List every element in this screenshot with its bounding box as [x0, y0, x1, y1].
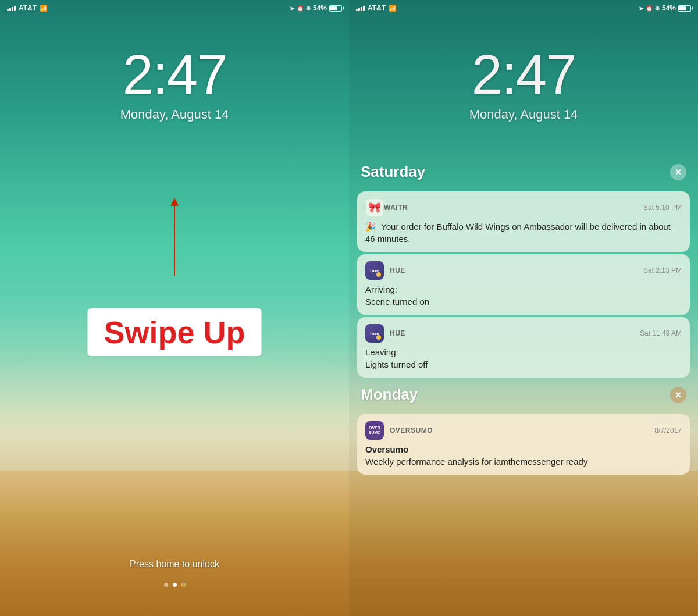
notification-waitr[interactable]: 🎀 WAITR Sat 5:10 PM 🎉 Your order for Buf… — [357, 191, 690, 252]
section-header-saturday: Saturday ✕ — [349, 163, 698, 187]
location-icon-right: ➤ — [639, 5, 643, 12]
section-header-monday: Monday ✕ — [349, 386, 698, 410]
clock-time-left: 2:47 — [0, 47, 349, 102]
swipe-arrow — [170, 198, 179, 276]
hue1-body: Arriving:Scene turned on — [365, 283, 682, 308]
dot-2-active — [173, 583, 177, 587]
carrier-label: AT&T — [19, 4, 37, 12]
carrier-label-right: AT&T — [368, 4, 386, 12]
battery-indicator-right — [678, 5, 691, 12]
hue-app-icon-2: hue — [365, 324, 384, 343]
status-bar-left: AT&T 📶 ➤ ⏰ ✳ 54% — [0, 0, 349, 16]
status-left: AT&T 📶 — [7, 4, 48, 12]
battery-indicator — [329, 5, 342, 12]
dot-3-lock: 🔒 — [181, 583, 186, 587]
waitr-app-icon: 🎀 — [365, 198, 384, 217]
wifi-icon: 📶 — [40, 5, 48, 12]
notification-hue2[interactable]: hue HUE Sat 11:49 AM Leaving:Lights turn… — [357, 317, 690, 378]
clock-date-left: Monday, August 14 — [0, 107, 349, 122]
left-phone-panel: AT&T 📶 ➤ ⏰ ✳ 54% 2:47 Monday, August 14 … — [0, 0, 349, 616]
notif-header-waitr: 🎀 WAITR Sat 5:10 PM — [365, 198, 682, 217]
signal-bars-right — [356, 6, 365, 11]
close-saturday-button[interactable]: ✕ — [670, 164, 686, 180]
notification-section-saturday: Saturday ✕ 🎀 WAITR Sat 5:10 PM 🎉 Your or… — [349, 163, 698, 378]
page-dots: 🔒 — [0, 583, 349, 587]
oversumo-app-icon: OVERSUMO — [365, 421, 384, 440]
notif-header-hue1: hue HUE Sat 2:13 PM — [365, 261, 682, 280]
bluetooth-icon-right: ✳ — [655, 5, 660, 12]
arrow-line — [174, 206, 175, 276]
dot-1 — [164, 583, 168, 587]
section-title-saturday: Saturday — [361, 163, 425, 181]
press-home-label: Press home to unlock — [0, 559, 349, 569]
hue2-time: Sat 11:49 AM — [640, 329, 682, 337]
hue2-app-name: HUE — [390, 329, 640, 337]
oversumo-body: Oversumo Weekly performance analysis for… — [365, 443, 682, 468]
waitr-body: 🎉 Your order for Buffalo Wild Wings on A… — [365, 220, 682, 245]
waitr-time: Sat 5:10 PM — [643, 204, 682, 212]
oversumo-time: 8/7/2017 — [654, 426, 682, 435]
hue-app-icon-1: hue — [365, 261, 384, 280]
status-right-right: ➤ ⏰ ✳ 54% — [639, 4, 691, 12]
bluetooth-icon: ✳ — [306, 5, 311, 12]
swipe-up-label: Swipe Up — [87, 308, 261, 356]
status-left-right: AT&T 📶 — [356, 4, 397, 12]
notifications-overlay: Saturday ✕ 🎀 WAITR Sat 5:10 PM 🎉 Your or… — [349, 0, 698, 616]
status-bar-right: AT&T 📶 ➤ ⏰ ✳ 54% — [349, 0, 698, 16]
section-title-monday: Monday — [361, 386, 418, 404]
close-monday-button[interactable]: ✕ — [670, 387, 686, 403]
battery-percent-right: 54% — [662, 4, 676, 12]
hue2-body: Leaving:Lights turned off — [365, 346, 682, 371]
right-phone-panel: AT&T 📶 ➤ ⏰ ✳ 54% 2:47 Monday, August 14 … — [349, 0, 698, 616]
waitr-app-name: WAITR — [384, 204, 643, 212]
notification-hue1[interactable]: hue HUE Sat 2:13 PM Arriving:Scene turne… — [357, 254, 690, 315]
status-right: ➤ ⏰ ✳ 54% — [290, 4, 342, 12]
hue1-app-name: HUE — [390, 266, 643, 275]
hue1-time: Sat 2:13 PM — [643, 266, 682, 275]
arrow-head-icon — [170, 198, 179, 206]
clock-area-left: 2:47 Monday, August 14 — [0, 47, 349, 122]
wifi-icon-right: 📶 — [389, 5, 397, 12]
battery-percent: 54% — [313, 4, 327, 12]
notification-oversumo[interactable]: OVERSUMO OVERSUMO 8/7/2017 Oversumo Week… — [357, 414, 690, 475]
alarm-icon-right: ⏰ — [646, 5, 653, 12]
signal-bars — [7, 6, 16, 11]
notif-header-hue2: hue HUE Sat 11:49 AM — [365, 324, 682, 343]
alarm-icon: ⏰ — [297, 5, 304, 12]
location-icon: ➤ — [290, 5, 294, 12]
oversumo-title-bold: Oversumo — [365, 444, 408, 454]
notif-header-oversumo: OVERSUMO OVERSUMO 8/7/2017 — [365, 421, 682, 440]
notification-section-monday: Monday ✕ OVERSUMO OVERSUMO 8/7/2017 Over… — [349, 386, 698, 475]
oversumo-app-name: OVERSUMO — [390, 426, 654, 435]
wave-overlay — [0, 354, 349, 471]
